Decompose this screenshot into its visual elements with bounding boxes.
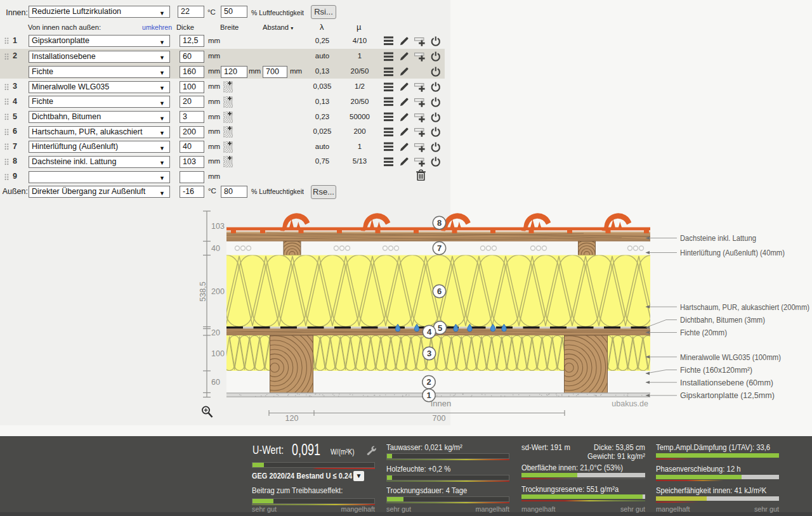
- svg-text:Mineralwolle WLG035 (100mm): Mineralwolle WLG035 (100mm): [680, 353, 781, 362]
- svg-text:700: 700: [433, 414, 446, 423]
- svg-text:Hartschaum, PUR, alukaschiert: Hartschaum, PUR, alukaschiert (200mm): [680, 303, 809, 312]
- svg-text:3: 3: [427, 349, 431, 358]
- svg-text:Dachsteine inkl. Lattung: Dachsteine inkl. Lattung: [680, 234, 756, 243]
- svg-text:103: 103: [211, 222, 225, 231]
- svg-text:Dichtbahn, Bitumen (3mm): Dichtbahn, Bitumen (3mm): [680, 316, 765, 325]
- svg-text:7: 7: [437, 243, 442, 253]
- svg-text:8: 8: [437, 218, 442, 228]
- svg-text:5: 5: [438, 323, 442, 333]
- svg-text:100: 100: [211, 349, 225, 358]
- svg-text:Fichte (20mm): Fichte (20mm): [680, 328, 727, 337]
- svg-text:120: 120: [285, 414, 299, 423]
- svg-text:2: 2: [426, 377, 431, 387]
- svg-text:200: 200: [211, 287, 225, 296]
- svg-text:60: 60: [211, 378, 220, 387]
- svg-text:20: 20: [211, 328, 220, 337]
- svg-text:Installationsebene (60mm): Installationsebene (60mm): [680, 378, 773, 387]
- svg-text:Hinterlüftung (Außenluft) (40m: Hinterlüftung (Außenluft) (40mm): [680, 248, 785, 257]
- svg-text:538,5: 538,5: [199, 281, 207, 301]
- svg-text:ubakus.de: ubakus.de: [612, 399, 648, 408]
- svg-text:Gipskartonplatte (12,5mm): Gipskartonplatte (12,5mm): [680, 391, 775, 400]
- svg-text:Innen: Innen: [431, 399, 452, 408]
- svg-text:Fichte (160x120mm²): Fichte (160x120mm²): [680, 366, 752, 375]
- svg-text:40: 40: [211, 244, 220, 253]
- svg-text:6: 6: [437, 287, 442, 296]
- svg-text:4: 4: [427, 327, 432, 337]
